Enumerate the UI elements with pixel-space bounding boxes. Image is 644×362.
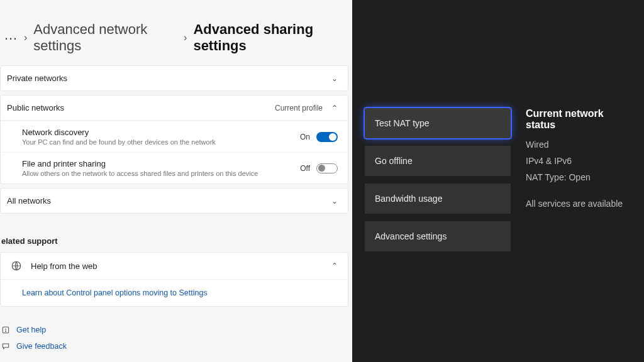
button-advanced-settings[interactable]: Advanced settings [365, 221, 511, 251]
link-give-feedback[interactable]: Give feedback [1, 342, 352, 351]
toggle-state-label: On [300, 133, 310, 141]
help-from-web-label: Help from the web [31, 261, 97, 271]
xbox-button-list: Test NAT type Go offline Bandwidth usage… [365, 108, 511, 251]
status-title: Current network status [526, 108, 634, 131]
chevron-up-icon: ⌃ [331, 104, 338, 112]
setting-file-printer-sharing: File and printer sharing Allow others on… [1, 152, 348, 184]
windows-settings-pane: … › Advanced network settings › Advanced… [0, 0, 352, 362]
section-title: All networks [7, 196, 51, 206]
breadcrumb-ellipsis[interactable]: … [0, 28, 18, 42]
network-status-panel: Current network status Wired IPv4 & IPv6… [526, 108, 634, 209]
chevron-down-icon: ⌄ [331, 197, 338, 206]
toggle-file-printer-sharing[interactable] [316, 163, 338, 173]
button-go-offline[interactable]: Go offline [365, 146, 511, 176]
setting-title: Network discovery [22, 128, 216, 137]
related-support-heading: elated support [0, 217, 352, 252]
footer-links: Get help Give feedback [0, 310, 352, 351]
section-private-networks[interactable]: Private networks ⌄ [0, 65, 348, 91]
chevron-right-icon: › [184, 32, 187, 43]
breadcrumb-current: Advanced sharing settings [193, 21, 347, 54]
svg-point-2 [6, 331, 6, 332]
xbox-network-pane: Test NAT type Go offline Bandwidth usage… [352, 0, 644, 362]
status-services: All services are available [526, 199, 634, 209]
section-title: Public networks [7, 103, 64, 112]
chevron-up-icon: ⌃ [331, 261, 338, 270]
section-all-networks[interactable]: All networks ⌄ [0, 188, 348, 214]
section-title: Private networks [7, 74, 67, 83]
section-public-networks: Public networks Current profile ⌃ Networ… [0, 95, 348, 184]
status-connection: Wired [526, 140, 634, 150]
status-ip: IPv4 & IPv6 [526, 156, 634, 166]
status-nat-type: NAT Type: Open [526, 172, 634, 182]
setting-title: File and printer sharing [22, 159, 258, 168]
button-bandwidth-usage[interactable]: Bandwidth usage [365, 184, 511, 214]
feedback-icon [1, 342, 10, 351]
breadcrumb: … › Advanced network settings › Advanced… [0, 0, 352, 65]
toggle-network-discovery[interactable] [316, 132, 338, 142]
link-get-help[interactable]: Get help [1, 326, 352, 334]
setting-desc: Allow others on the network to access sh… [22, 170, 258, 177]
get-help-label: Get help [16, 326, 46, 334]
section-header-public[interactable]: Public networks Current profile ⌃ [1, 96, 348, 120]
chevron-right-icon: › [24, 32, 27, 43]
button-test-nat-type[interactable]: Test NAT type [365, 108, 511, 138]
help-from-web-row[interactable]: Help from the web ⌃ [1, 253, 348, 279]
current-profile-label: Current profile [275, 104, 323, 112]
setting-desc: Your PC can find and be found by other d… [22, 138, 216, 146]
help-icon [1, 326, 10, 334]
link-control-panel-moving[interactable]: Learn about Control panel options moving… [1, 279, 348, 306]
breadcrumb-link-advanced-network[interactable]: Advanced network settings [33, 21, 177, 54]
related-support-card: Help from the web ⌃ Learn about Control … [0, 252, 348, 307]
give-feedback-label: Give feedback [16, 342, 67, 351]
globe-icon [11, 260, 22, 272]
toggle-state-label: Off [300, 164, 310, 173]
chevron-down-icon: ⌄ [331, 74, 338, 83]
setting-network-discovery: Network discovery Your PC can find and b… [1, 121, 348, 152]
